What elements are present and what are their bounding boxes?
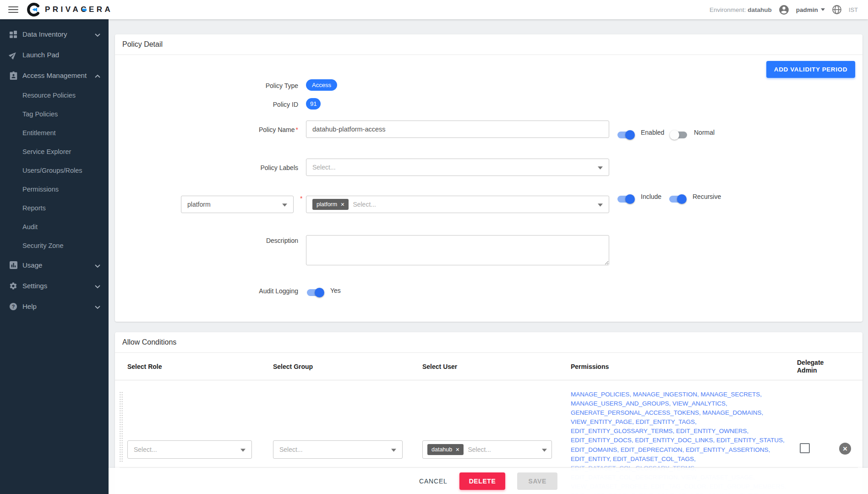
sidebar-item-security-zone[interactable]: Security Zone [0, 236, 109, 255]
policy-detail-card: Policy Detail ADD VALIDITY PERIOD Policy… [115, 34, 863, 322]
select-user-dropdown[interactable]: datahub✕ Select... [422, 440, 552, 459]
audit-logging-toggle[interactable] [307, 289, 323, 296]
audit-logging-label: Audit Logging [115, 287, 298, 295]
chevron-down-icon [95, 282, 100, 290]
include-toggle[interactable] [617, 196, 634, 203]
chip-remove-icon[interactable]: ✕ [340, 202, 344, 208]
sidebar-item-reports[interactable]: Reports [0, 198, 109, 217]
resource-value-multiselect[interactable]: platform✕ Select... [306, 196, 609, 213]
remove-row-button[interactable]: ✕ [839, 443, 851, 455]
sidebar-item-entitlement[interactable]: Entitlement [0, 123, 109, 142]
svg-text:?: ? [12, 304, 15, 309]
sidebar-item-data-inventory[interactable]: Data Inventory [0, 24, 109, 44]
policy-type-badge: Access [306, 79, 337, 91]
policy-labels-label: Policy Labels [115, 164, 298, 171]
select-role-dropdown[interactable]: Select... [127, 440, 252, 459]
sidebar-item-tag-policies[interactable]: Tag Policies [0, 104, 109, 123]
chevron-down-icon [95, 261, 100, 269]
timezone-label: IST [849, 6, 858, 13]
chevron-down-icon [240, 445, 246, 454]
chevron-down-icon [598, 200, 603, 209]
sidebar-item-usage[interactable]: Usage [0, 255, 109, 275]
allow-conditions-title: Allow Conditions [115, 332, 863, 353]
policy-type-label: Policy Type [115, 82, 298, 89]
gear-icon [9, 282, 18, 290]
sidebar: Data Inventory Launch Pad Access Managem… [0, 19, 109, 494]
bar-chart-icon [9, 261, 18, 269]
grid-icon [9, 30, 18, 38]
sidebar-item-settings[interactable]: Settings [0, 275, 109, 296]
add-validity-period-button[interactable]: ADD VALIDITY PERIOD [766, 61, 855, 78]
sidebar-item-permissions[interactable]: Permissions [0, 180, 109, 198]
normal-override-toggle[interactable] [671, 132, 687, 138]
resource-type-select[interactable]: platform [181, 196, 294, 213]
privacera-logo-icon [27, 3, 40, 16]
delete-button[interactable]: DELETE [459, 472, 506, 490]
column-header-permissions: Permissions [571, 363, 609, 370]
badge-icon [9, 71, 18, 80]
audit-logging-value: Yes [330, 287, 341, 294]
topbar: PRIVACERA Environment: datahub padmin IS… [0, 0, 868, 19]
select-group-dropdown[interactable]: Select... [273, 440, 403, 459]
environment-indicator: Environment: datahub [710, 6, 772, 13]
normal-toggle-label: Normal [694, 129, 715, 136]
user-chip[interactable]: datahub✕ [427, 444, 464, 455]
sidebar-item-launch-pad[interactable]: Launch Pad [0, 44, 109, 65]
row-drag-handle[interactable] [119, 391, 123, 462]
brand-logo[interactable]: PRIVACERA [27, 3, 113, 16]
sidebar-item-help[interactable]: ? Help [0, 296, 109, 317]
allow-condition-row: Select... Select... datahub✕ Select... M… [115, 380, 863, 467]
chevron-down-icon [95, 30, 100, 38]
brand-wordmark: PRIVACERA [45, 5, 113, 14]
user-menu[interactable]: padmin [796, 6, 825, 13]
sidebar-item-audit[interactable]: Audit [0, 217, 109, 236]
chip-remove-icon[interactable]: ✕ [455, 447, 459, 453]
column-header-select-user: Select User [422, 363, 457, 370]
menu-icon[interactable] [8, 5, 18, 15]
include-toggle-label: Include [641, 193, 661, 200]
policy-detail-title: Policy Detail [115, 34, 863, 55]
resource-chip[interactable]: platform✕ [312, 199, 349, 210]
save-button[interactable]: SAVE [517, 472, 557, 490]
account-icon[interactable] [778, 4, 790, 16]
chevron-down-icon [821, 8, 825, 11]
resource-required-asterisk: * [300, 195, 302, 202]
enabled-toggle[interactable] [617, 132, 634, 138]
sidebar-item-resource-policies[interactable]: Resource Policies [0, 86, 109, 104]
policy-labels-select[interactable]: Select... [306, 159, 609, 176]
action-footer: CANCEL DELETE SAVE [109, 468, 868, 494]
policy-id-label: Policy ID [115, 101, 298, 108]
rocket-icon [9, 51, 18, 59]
chevron-down-icon [391, 445, 396, 454]
policy-name-input[interactable] [306, 121, 609, 138]
chevron-down-icon [95, 302, 100, 311]
help-icon: ? [9, 302, 18, 311]
globe-icon[interactable] [831, 4, 842, 15]
chevron-down-icon [598, 163, 603, 171]
chevron-down-icon [282, 200, 287, 209]
policy-name-label: Policy Name* [115, 126, 298, 133]
sidebar-item-service-explorer[interactable]: Service Explorer [0, 142, 109, 161]
column-header-select-role: Select Role [127, 363, 162, 370]
recursive-toggle-label: Recursive [693, 193, 721, 200]
recursive-toggle[interactable] [669, 196, 686, 203]
description-label: Description [115, 237, 298, 244]
enabled-toggle-label: Enabled [641, 129, 664, 136]
chevron-down-icon [542, 445, 547, 454]
sidebar-item-access-management[interactable]: Access Management [0, 65, 109, 86]
sidebar-item-users-groups-roles[interactable]: Users/Groups/Roles [0, 161, 109, 180]
chevron-up-icon [95, 71, 100, 80]
column-header-select-group: Select Group [273, 363, 313, 370]
delegate-admin-checkbox[interactable] [800, 443, 810, 453]
policy-id-badge: 91 [306, 98, 321, 110]
main-content: Policy Detail ADD VALIDITY PERIOD Policy… [109, 19, 868, 494]
cancel-button[interactable]: CANCEL [419, 478, 448, 485]
description-textarea[interactable] [306, 235, 609, 265]
column-header-delegate-admin: Delegate Admin [797, 359, 829, 374]
